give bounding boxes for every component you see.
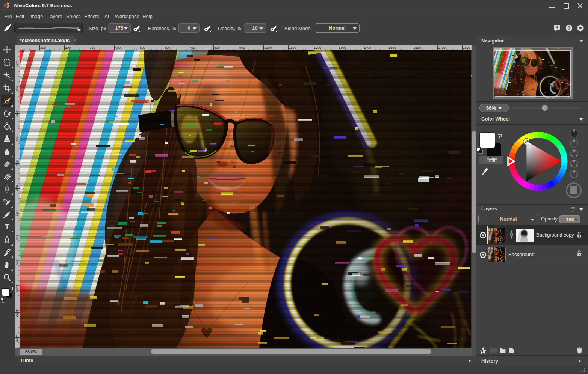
svg-text:?: ? xyxy=(568,26,570,31)
svg-text:Fx: Fx xyxy=(3,198,8,202)
svg-text:T: T xyxy=(5,223,9,231)
